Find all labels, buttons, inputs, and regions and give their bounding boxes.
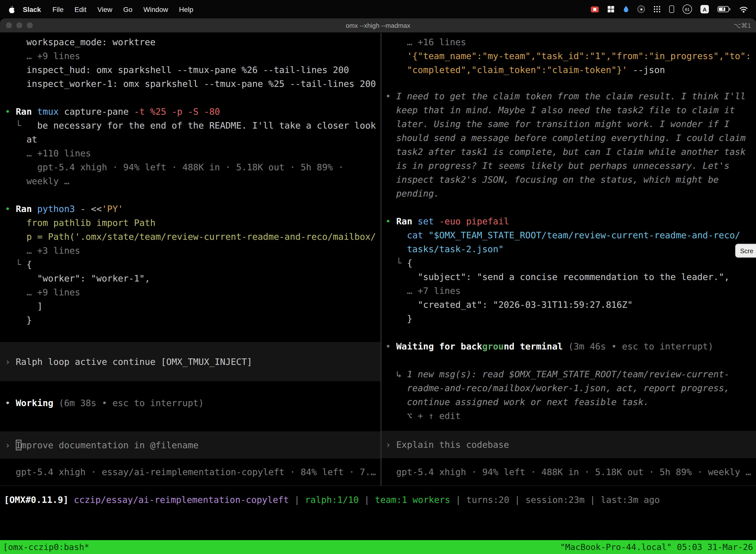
- battery-icon[interactable]: [717, 6, 731, 12]
- terminal-line: ]: [0, 299, 380, 313]
- macos-menubar: Slack FileEditViewGoWindowHelp 61 A: [0, 0, 756, 18]
- window-title: omx --xhigh --madmax: [0, 21, 756, 29]
- apple-icon[interactable]: [8, 5, 17, 13]
- pane-footer: gpt-5.4 xhigh · essay/ai-reimplementatio…: [0, 465, 380, 479]
- ran-tmux-capture-block: • Ran tmux capture-pane -t %25 -p -S -80…: [0, 105, 380, 188]
- terminal-line: … +3 lines: [0, 244, 380, 258]
- terminal-line: at: [0, 132, 380, 147]
- tmux-host-clock: "MacBook-Pro-44.local" 05:03 31-Mar-26: [560, 542, 753, 552]
- menu-window[interactable]: Window: [138, 5, 174, 13]
- terminal-line: gpt-5.4 xhigh · 94% left · 488K in · 5.1…: [381, 465, 756, 479]
- close-button[interactable]: [6, 22, 12, 28]
- traffic-lights: [6, 22, 33, 28]
- disc-icon[interactable]: [637, 5, 645, 13]
- menu-app-name[interactable]: Slack: [17, 5, 47, 13]
- screen-recording-indicator-icon[interactable]: [591, 6, 599, 12]
- tmux-panes: workspace_mode: worktree … +9 lines insp…: [0, 33, 756, 486]
- zoom-button[interactable]: [27, 22, 33, 28]
- prompt-input-row[interactable]: › Improve documentation in @filename: [0, 431, 380, 459]
- grid-icon[interactable]: [607, 5, 615, 13]
- terminal-line: … +9 lines: [0, 49, 380, 63]
- menu-go[interactable]: Go: [118, 5, 138, 13]
- pane-footer: gpt-5.4 xhigh · 94% left · 488K in · 5.1…: [381, 465, 756, 479]
- menubar-left: Slack FileEditViewGoWindowHelp: [8, 5, 199, 13]
- terminal-window: omx --xhigh --madmax ⌥⌘1 workspace_mode:…: [0, 18, 756, 554]
- ran-cat-block: • Ran set -euo pipefail cat "$OMX_TEAM_S…: [381, 214, 756, 326]
- terminal-line: └ {: [381, 256, 756, 270]
- terminal-line: "subject": "send a concise recommendatio…: [381, 270, 756, 284]
- tmux-session-label[interactable]: [omx-cczip0:bash*: [3, 542, 89, 552]
- terminal-line: workspace_mode: worktree: [0, 35, 380, 49]
- terminal-line: gpt-5.4 xhigh · 94% left · 488K in · 5.1…: [0, 160, 380, 174]
- wifi-icon[interactable]: [739, 6, 748, 13]
- suggestion-row[interactable]: › Explain this codebase: [381, 431, 756, 458]
- left-terminal-pane[interactable]: workspace_mode: worktree … +9 lines insp…: [0, 33, 381, 486]
- terminal-line: "worker": "worker-1",: [0, 272, 380, 285]
- terminal-line: "completed","claim_token":"claim-token"}…: [381, 63, 756, 77]
- terminal-line: • Ran python3 - <<'PY': [0, 202, 380, 216]
- terminal-line: }: [381, 312, 756, 326]
- menubar-status-icons: 61 A: [591, 4, 748, 14]
- menu-help[interactable]: Help: [174, 5, 199, 13]
- terminal-line: "created_at": "2026-03-31T11:59:27.816Z": [381, 298, 756, 312]
- window-titlebar[interactable]: omx --xhigh --madmax ⌥⌘1: [0, 18, 756, 33]
- terminal-line: … +110 lines: [0, 147, 380, 160]
- phone-icon[interactable]: [669, 5, 674, 13]
- menu-file[interactable]: File: [47, 5, 69, 13]
- terminal-line: from pathlib import Path: [0, 216, 380, 230]
- thinking-block: • I need to get the claim token from the…: [381, 89, 756, 201]
- terminal-line: later. Using the same for transition mig…: [381, 117, 756, 131]
- input-source-icon[interactable]: A: [700, 5, 709, 13]
- screenshot-popup[interactable]: Scre: [735, 244, 756, 258]
- terminal-line: inspect task2's JSON, focusing on the st…: [381, 173, 756, 187]
- terminal-line: inspect_worker-1: omx sparkshell --tmux-…: [0, 77, 380, 91]
- battery-percent-badge[interactable]: 61: [683, 4, 692, 14]
- terminal-line: inspect_hud: omx sparkshell --tmux-pane …: [0, 63, 380, 77]
- terminal-line: p = Path('.omx/state/team/review-current…: [0, 230, 380, 244]
- menu-edit[interactable]: Edit: [69, 5, 92, 13]
- terminal-line: • Ran set -euo pipefail: [381, 214, 756, 228]
- tmux-status-bar: [omx-cczip0:bash* "MacBook-Pro-44.local"…: [0, 540, 756, 554]
- dots-grid-icon[interactable]: [653, 5, 661, 13]
- titlebar-shortcut: ⌥⌘1: [734, 21, 751, 29]
- terminal-line: … +9 lines: [0, 285, 380, 299]
- ran-python-block: • Ran python3 - <<'PY' from pathlib impo…: [0, 202, 380, 327]
- minimize-button[interactable]: [16, 22, 22, 28]
- terminal-line: └ {: [0, 258, 380, 272]
- terminal-line: }: [0, 313, 380, 327]
- terminal-line: └ be necessary for the end of the README…: [0, 119, 380, 132]
- terminal-line: ↳ 1 new msg(s): read $OMX_TEAM_STATE_ROO…: [381, 367, 756, 381]
- terminal-line: › Explain this codebase: [381, 438, 509, 451]
- terminal-line: task2 after task1 is complete, but can I…: [381, 145, 756, 159]
- terminal-line: is in progress? It seems likely but perh…: [381, 159, 756, 173]
- terminal-line: • Working (6m 38s • esc to interrupt): [0, 396, 380, 410]
- terminal-line: gpt-5.4 xhigh · essay/ai-reimplementatio…: [0, 465, 380, 479]
- terminal-line: … +16 lines: [381, 35, 756, 49]
- terminal-line: ⌥ + ↑ edit: [381, 409, 756, 423]
- waiting-status: • Waiting for background terminal (3m 46…: [381, 340, 756, 353]
- ralph-loop-row[interactable]: › Ralph loop active continue [OMX_TMUX_I…: [0, 342, 380, 381]
- terminal-line: cat "$OMX_TEAM_STATE_ROOT/team/review-cu…: [381, 228, 756, 242]
- terminal-line: › Ralph loop active continue [OMX_TMUX_I…: [0, 355, 252, 369]
- terminal-line: • Ran tmux capture-pane -t %25 -p -S -80: [0, 105, 380, 119]
- working-status: • Working (6m 38s • esc to interrupt): [0, 396, 380, 410]
- terminal-line: … +7 lines: [381, 284, 756, 298]
- mailbox-message: ↳ 1 new msg(s): read $OMX_TEAM_STATE_ROO…: [381, 367, 756, 423]
- terminal-line: should send a message before completing …: [381, 131, 756, 145]
- config-output: workspace_mode: worktree … +9 lines insp…: [0, 35, 380, 91]
- terminal-line: › Improve documentation in @filename: [0, 438, 198, 452]
- menu-list: FileEditViewGoWindowHelp: [47, 5, 199, 13]
- terminal-line: '{"team_name":"my-team","task_id":"1","f…: [381, 49, 756, 63]
- omx-status-line: [OMX#0.11.9] cczip/essay/ai-reimplementa…: [0, 493, 756, 507]
- terminal-line: keep that in mind. Maybe I also need the…: [381, 103, 756, 117]
- terminal-line: pending.: [381, 187, 756, 201]
- right-terminal-pane[interactable]: … +16 lines '{"team_name":"my-team","tas…: [381, 33, 756, 486]
- terminal-line: weekly …: [0, 174, 380, 188]
- json-arg-output: … +16 lines '{"team_name":"my-team","tas…: [381, 35, 756, 77]
- terminal-line: • Waiting for background terminal (3m 46…: [381, 340, 756, 353]
- terminal-line: continue assigned work or next feasible …: [381, 395, 756, 409]
- drop-icon[interactable]: [623, 5, 629, 13]
- screen: Slack FileEditViewGoWindowHelp 61 A: [0, 0, 756, 554]
- terminal-line: • I need to get the claim token from the…: [381, 89, 756, 103]
- menu-view[interactable]: View: [92, 5, 118, 13]
